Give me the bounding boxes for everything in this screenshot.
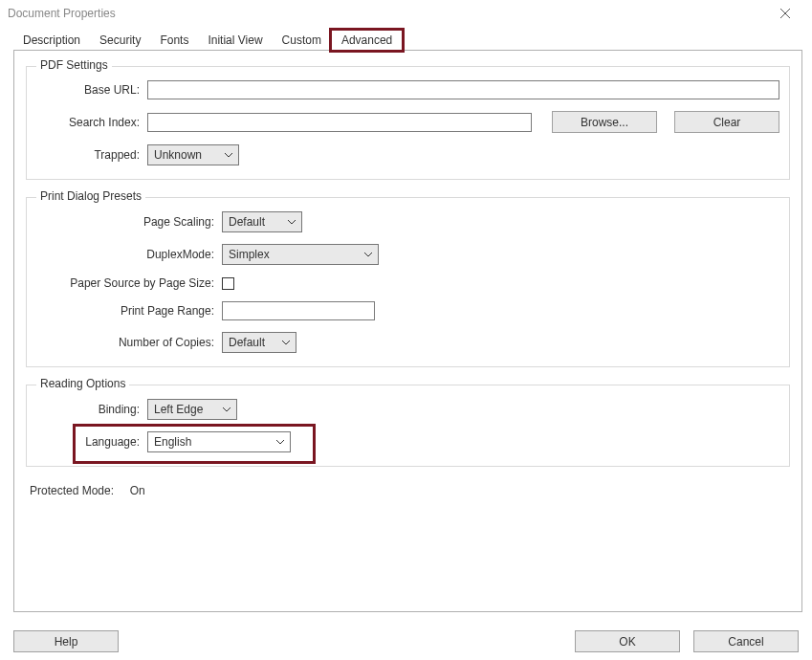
label-protected-mode: Protected Mode:: [30, 484, 114, 497]
group-reading-options: Reading Options Binding: Left Edge Langu…: [26, 385, 790, 467]
combo-trapped[interactable]: Unknown: [147, 144, 239, 165]
combo-trapped-text: Unknown: [154, 148, 221, 162]
tab-strip: Description Security Fonts Initial View …: [0, 27, 812, 50]
label-print-page-range: Print Page Range:: [36, 304, 222, 318]
group-print-presets: Print Dialog Presets Page Scaling: Defau…: [26, 197, 790, 367]
titlebar: Document Properties: [0, 0, 812, 27]
group-pdf-settings: PDF Settings Base URL: Search Index: Bro…: [26, 66, 790, 180]
protected-mode-row: Protected Mode: On: [30, 484, 786, 497]
checkbox-paper-source[interactable]: [222, 277, 234, 290]
help-button[interactable]: Help: [13, 630, 119, 652]
label-num-copies: Number of Copies:: [36, 336, 222, 349]
tab-custom[interactable]: Custom: [273, 31, 331, 50]
input-base-url[interactable]: [147, 80, 779, 99]
chevron-down-icon: [273, 440, 288, 445]
label-search-index: Search Index:: [36, 116, 147, 129]
advanced-panel: PDF Settings Base URL: Search Index: Bro…: [13, 50, 802, 612]
value-protected-mode: On: [130, 484, 145, 497]
combo-num-copies[interactable]: Default: [222, 332, 296, 353]
tab-advanced[interactable]: Advanced: [331, 30, 403, 51]
chevron-down-icon: [219, 407, 234, 412]
combo-page-scaling-text: Default: [229, 215, 284, 229]
label-binding: Binding:: [36, 403, 147, 416]
combo-duplex-mode-text: Simplex: [229, 248, 361, 261]
chevron-down-icon: [361, 253, 376, 257]
combo-language[interactable]: English: [147, 431, 291, 452]
clear-button[interactable]: Clear: [674, 111, 779, 133]
chevron-down-icon: [284, 220, 299, 225]
chevron-down-icon: [221, 153, 236, 158]
label-page-scaling: Page Scaling:: [36, 215, 222, 229]
chevron-down-icon: [278, 341, 294, 345]
label-paper-source: Paper Source by Page Size:: [36, 276, 222, 290]
browse-button[interactable]: Browse...: [552, 111, 657, 133]
combo-num-copies-text: Default: [229, 336, 278, 349]
combo-page-scaling[interactable]: Default: [222, 211, 302, 232]
window-title: Document Properties: [8, 7, 766, 20]
combo-duplex-mode[interactable]: Simplex: [222, 244, 379, 265]
tab-description[interactable]: Description: [13, 31, 90, 50]
label-duplex-mode: DuplexMode:: [36, 248, 222, 261]
ok-button[interactable]: OK: [575, 630, 680, 652]
label-trapped: Trapped:: [36, 148, 147, 162]
close-button[interactable]: [766, 0, 804, 27]
legend-reading-options: Reading Options: [36, 377, 129, 390]
combo-binding[interactable]: Left Edge: [147, 399, 237, 420]
combo-binding-text: Left Edge: [154, 403, 219, 416]
dialog-footer: Help OK Cancel: [0, 630, 812, 652]
input-print-page-range[interactable]: [222, 301, 375, 320]
tab-fonts[interactable]: Fonts: [150, 31, 198, 50]
label-language: Language:: [36, 435, 147, 449]
cancel-button[interactable]: Cancel: [693, 630, 799, 652]
tab-initial-view[interactable]: Initial View: [198, 31, 272, 50]
legend-pdf-settings: PDF Settings: [36, 58, 112, 72]
tab-security[interactable]: Security: [90, 31, 150, 50]
label-base-url: Base URL:: [36, 83, 147, 97]
legend-print-presets: Print Dialog Presets: [36, 189, 145, 203]
combo-language-text: English: [154, 435, 273, 449]
input-search-index[interactable]: [147, 113, 532, 132]
